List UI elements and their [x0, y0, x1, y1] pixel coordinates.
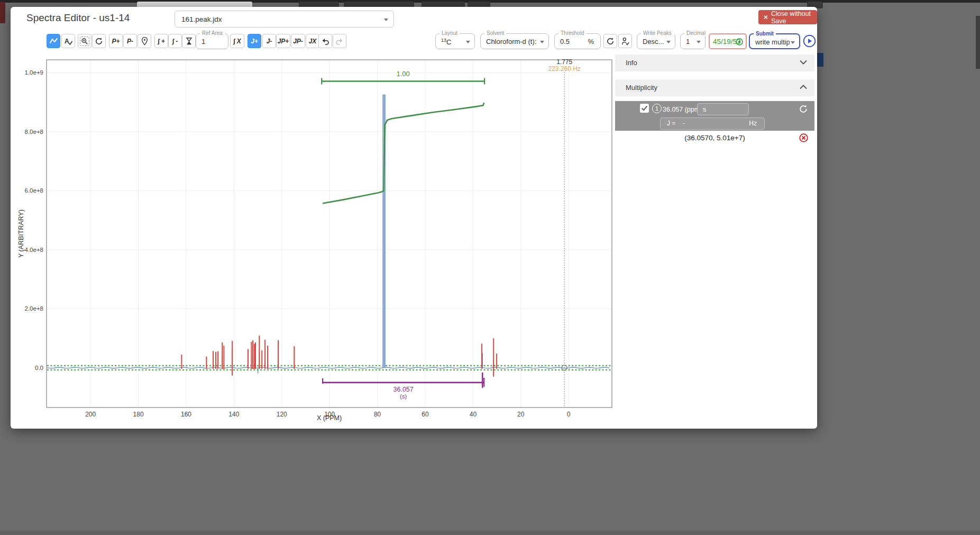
- letter-a-check-icon: A: [63, 37, 73, 46]
- integral-bracket: 1.00: [322, 70, 484, 84]
- peak-coordinate: (36.0570, 5.01e+7): [615, 134, 814, 142]
- jx-button[interactable]: JX: [306, 34, 319, 48]
- jp-remove-label: JP-: [293, 38, 303, 45]
- zoom-area-tool-button[interactable]: [78, 34, 91, 48]
- pin-peak-button[interactable]: [138, 34, 151, 48]
- peak-remove-label: P-: [127, 38, 133, 45]
- jp-add-button[interactable]: JP+: [276, 34, 290, 48]
- magnifier-plus-icon: [81, 38, 88, 45]
- j-remove-label: J-: [267, 38, 272, 45]
- svg-text:6.0e+8: 6.0e+8: [25, 187, 44, 194]
- submit-select[interactable]: Submit write multipl...: [749, 33, 800, 49]
- svg-text:A: A: [65, 38, 69, 45]
- refresh-icon: [606, 37, 615, 46]
- threshold-value: 0.5: [560, 38, 570, 46]
- spectrum-chart[interactable]: 2001801601401201008060402000.02.0e+84.0e…: [15, 53, 620, 423]
- y-axis-tick-labels: 0.02.0e+84.0e+86.0e+88.0e+81.0e+9: [25, 69, 44, 371]
- location-pin-plus-icon: [141, 37, 149, 46]
- chevron-down-icon: [666, 41, 671, 43]
- chevron-down-icon: [466, 41, 470, 43]
- auto-integrate-button[interactable]: [182, 34, 196, 48]
- multiplet-bracket: 36.057(s): [323, 373, 484, 400]
- multiplicity-input[interactable]: s: [697, 103, 749, 115]
- file-selector[interactable]: 161.peak.jdx: [175, 11, 394, 28]
- svg-text:8.0e+8: 8.0e+8: [25, 129, 44, 135]
- integral-add-button[interactable]: ∫ +: [154, 34, 168, 48]
- assign-peaks-button[interactable]: [618, 34, 632, 48]
- chevron-down-icon: [540, 41, 544, 43]
- integral-remove-button[interactable]: ∫ -: [168, 34, 182, 48]
- layout-select[interactable]: Layout 13C: [435, 33, 475, 49]
- jx-label: JX: [309, 38, 317, 45]
- j-coupling-input[interactable]: J = - Hz: [660, 117, 765, 130]
- multiplicity-section-header[interactable]: Multiplicity: [615, 79, 814, 96]
- reset-zoom-button[interactable]: [92, 34, 106, 48]
- integral-clear-button[interactable]: ∫ X: [230, 34, 244, 48]
- play-circle-icon: [803, 34, 816, 48]
- multiplet-index-badge: 1: [652, 104, 662, 113]
- target-icon[interactable]: [735, 38, 744, 46]
- background-right-strip: [976, 16, 980, 69]
- redo-button[interactable]: [333, 34, 346, 48]
- svg-text:200: 200: [85, 411, 96, 418]
- threshold-label: Threshold: [558, 30, 586, 36]
- close-without-save-button[interactable]: Close without Save: [758, 10, 817, 24]
- refresh-icon[interactable]: [799, 104, 808, 114]
- multiplet-checkbox[interactable]: [640, 104, 649, 113]
- delete-peak-icon[interactable]: [799, 133, 808, 142]
- j-remove-button[interactable]: J-: [262, 34, 276, 48]
- layout-value: 13C: [441, 38, 451, 46]
- dashed-frame: [80, 37, 89, 46]
- svg-text:36.057: 36.057: [393, 386, 414, 393]
- close-icon: [764, 14, 768, 20]
- solvent-value: Chloroform-d (t): 7...: [486, 38, 536, 46]
- reset-arrows-icon: [95, 37, 103, 46]
- refresh-peaks-button[interactable]: [603, 34, 617, 48]
- chevron-down-icon: [384, 19, 388, 21]
- decimal-value: 1: [686, 38, 690, 46]
- plot-border: [47, 60, 612, 407]
- undo-button[interactable]: [318, 34, 332, 48]
- crosshair[interactable]: 1.775223.260 Hz: [548, 58, 580, 407]
- integral-clear-label: ∫ X: [233, 38, 241, 45]
- j-value: -: [683, 120, 685, 127]
- user-check-icon: [621, 37, 630, 46]
- layout-label: Layout: [439, 30, 460, 36]
- info-section-header[interactable]: Info: [615, 55, 814, 71]
- submit-run-button[interactable]: [803, 34, 816, 50]
- svg-text:80: 80: [374, 411, 381, 418]
- spectrum-line-tool-button[interactable]: [47, 34, 60, 48]
- peak-coordinate-row: (36.0570, 5.01e+7): [615, 131, 814, 146]
- write-peaks-value: Desc...: [643, 38, 664, 46]
- auto-peaks-tool-button[interactable]: A: [61, 34, 75, 48]
- svg-text:180: 180: [133, 411, 144, 418]
- j-add-button[interactable]: J+: [248, 34, 261, 48]
- jp-add-label: JP+: [278, 38, 289, 45]
- integral-curve: [323, 103, 484, 203]
- svg-text:4.0e+8: 4.0e+8: [25, 247, 44, 253]
- peak-remove-button[interactable]: P-: [123, 34, 137, 48]
- threshold-input[interactable]: Threshold 0.5 %: [554, 33, 601, 49]
- chevron-down-icon: [791, 41, 795, 44]
- solvent-select[interactable]: Solvent Chloroform-d (t): 7...: [480, 33, 549, 49]
- info-section-title: Info: [626, 59, 637, 67]
- svg-text:0.0: 0.0: [35, 365, 43, 371]
- svg-text:(s): (s): [400, 393, 407, 400]
- decimal-select[interactable]: Decimal 1: [680, 33, 706, 49]
- write-peaks-select[interactable]: Write Peaks Desc...: [637, 33, 675, 49]
- spectra-editor-modal: Spectra Editor - us1-14 161.peak.jdx Clo…: [11, 7, 817, 429]
- jp-remove-button[interactable]: JP-: [291, 34, 305, 48]
- peak-add-button[interactable]: P+: [109, 34, 123, 48]
- solvent-label: Solvent: [484, 30, 506, 36]
- background-left-strip: [0, 2, 5, 23]
- spectrum-chart-container[interactable]: 2001801601401201008060402000.02.0e+84.0e…: [15, 53, 620, 423]
- svg-text:1.00: 1.00: [397, 70, 410, 78]
- threshold-unit: %: [588, 38, 594, 46]
- file-selector-value: 161.peak.jdx: [181, 15, 222, 23]
- chevron-up-icon: [800, 85, 807, 89]
- svg-text:160: 160: [181, 411, 191, 418]
- multiplet-entry-card: 1 36.057 (ppm) s J = - Hz: [615, 101, 814, 131]
- ref-area-label: Ref Area: [200, 30, 225, 36]
- spectrum-peaks: [222, 349, 493, 377]
- ref-area-input[interactable]: Ref Area 1: [196, 33, 228, 49]
